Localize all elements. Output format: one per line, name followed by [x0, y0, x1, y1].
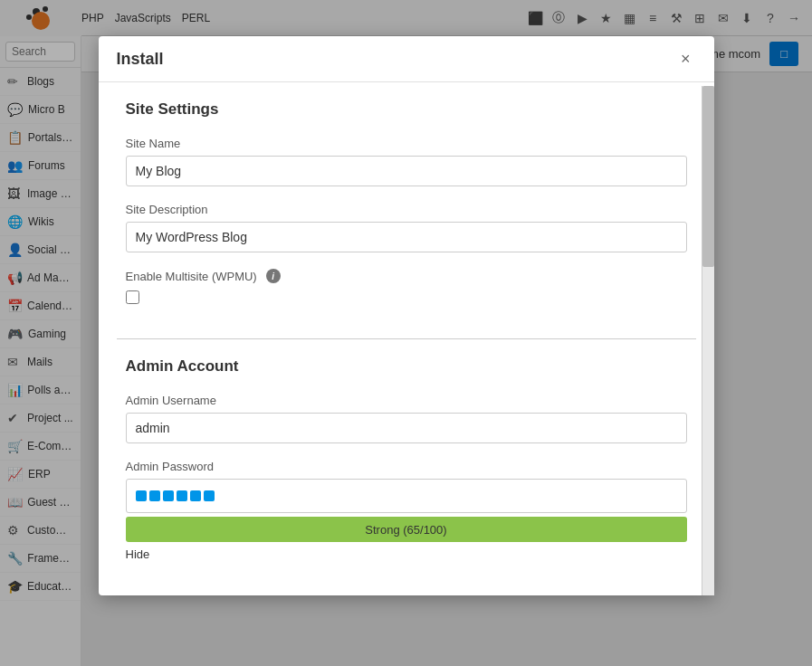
site-settings-section: Site Settings Site Name Site Description… [99, 82, 714, 338]
password-dot-6 [204, 490, 215, 501]
modal-title: Install [117, 50, 164, 69]
admin-username-group: Admin Username [126, 394, 687, 443]
site-description-group: Site Description [126, 203, 687, 252]
modal-scrollbar-thumb [702, 86, 714, 267]
modal-scrollbar[interactable] [702, 86, 714, 595]
password-dot-2 [149, 490, 160, 501]
password-dot-1 [136, 490, 147, 501]
multisite-label: Enable Multisite (WPMU) [126, 270, 257, 283]
site-name-label: Site Name [126, 137, 687, 150]
admin-password-label: Admin Password [126, 460, 687, 473]
password-strength-bar: Strong (65/100) [126, 517, 687, 542]
modal-header: Install × [99, 36, 714, 82]
admin-account-title: Admin Account [126, 357, 687, 376]
password-dot-5 [190, 490, 201, 501]
multisite-checkbox[interactable] [126, 290, 139, 304]
modal-close-button[interactable]: × [675, 49, 696, 69]
site-name-group: Site Name [126, 137, 687, 186]
site-settings-title: Site Settings [126, 100, 687, 119]
site-name-input[interactable] [126, 156, 687, 186]
admin-username-label: Admin Username [126, 394, 687, 407]
password-dot-4 [177, 490, 187, 501]
site-description-input[interactable] [126, 222, 687, 252]
admin-account-section: Admin Account Admin Username Admin Passw… [99, 339, 714, 595]
admin-password-group: Admin Password [126, 460, 687, 561]
password-dots [136, 490, 215, 501]
multisite-info-icon: i [266, 269, 281, 283]
password-dot-3 [163, 490, 174, 501]
modal-body[interactable]: Site Settings Site Name Site Description… [99, 82, 714, 595]
admin-username-input[interactable] [126, 413, 687, 443]
admin-password-input[interactable] [126, 479, 687, 513]
modal-dialog: Install × Site Settings Site Name Site D… [99, 36, 714, 595]
modal-overlay: Install × Site Settings Site Name Site D… [0, 0, 812, 666]
site-description-label: Site Description [126, 203, 687, 216]
hide-password-link[interactable]: Hide [126, 547, 150, 561]
multisite-group: Enable Multisite (WPMU) i [126, 269, 687, 304]
password-strength-label: Strong (65/100) [365, 523, 446, 537]
multisite-checkbox-group [126, 290, 687, 304]
